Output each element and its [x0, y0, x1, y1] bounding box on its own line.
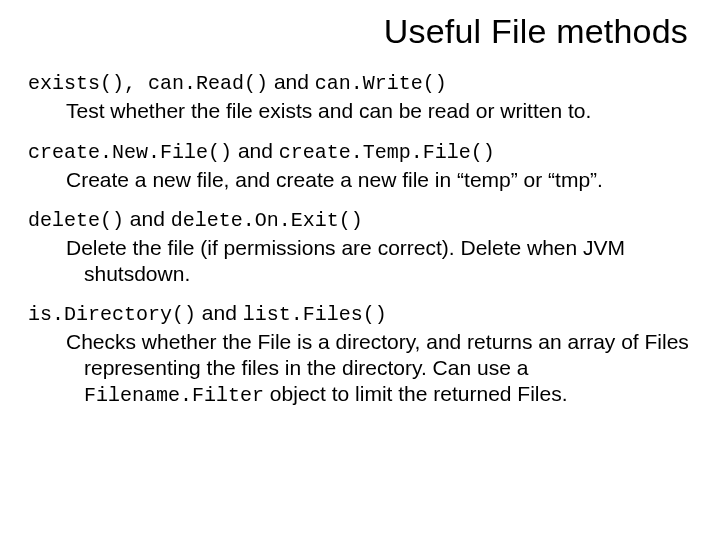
sep-comma: , — [124, 72, 148, 95]
page-title: Useful File methods — [28, 12, 688, 51]
code-isdirectory: is.Directory() — [28, 303, 196, 326]
code-delete: delete() — [28, 209, 124, 232]
desc-create: Create a new file, and create a new file… — [66, 167, 692, 193]
join-and-4: and — [196, 301, 243, 324]
desc-isdirectory-post: object to limit the returned Files. — [264, 382, 567, 405]
section-delete: delete() and delete.On.Exit() Delete the… — [28, 206, 692, 286]
heading-exists: exists(), can.Read() and can.Write() — [28, 69, 692, 96]
code-deleteonexit: delete.On.Exit() — [171, 209, 363, 232]
slide: Useful File methods exists(), can.Read()… — [0, 0, 720, 540]
desc-isdirectory: Checks whether the File is a directory, … — [66, 329, 692, 408]
section-exists: exists(), can.Read() and can.Write() Tes… — [28, 69, 692, 124]
code-canread: can.Read() — [148, 72, 268, 95]
code-listfiles: list.Files() — [243, 303, 387, 326]
heading-create: create.New.File() and create.Temp.File() — [28, 138, 692, 165]
code-createtempfile: create.Temp.File() — [279, 141, 495, 164]
join-and-2: and — [232, 139, 279, 162]
desc-isdirectory-pre: Checks whether the File is a directory, … — [66, 330, 689, 379]
code-createnewfile: create.New.File() — [28, 141, 232, 164]
join-and-3: and — [124, 207, 171, 230]
section-isdirectory: is.Directory() and list.Files() Checks w… — [28, 300, 692, 408]
heading-isdirectory: is.Directory() and list.Files() — [28, 300, 692, 327]
desc-exists: Test whether the file exists and can be … — [66, 98, 692, 124]
section-create: create.New.File() and create.Temp.File()… — [28, 138, 692, 193]
code-filenamefilter: Filename.Filter — [84, 384, 264, 407]
code-exists: exists() — [28, 72, 124, 95]
heading-delete: delete() and delete.On.Exit() — [28, 206, 692, 233]
code-canwrite: can.Write() — [315, 72, 447, 95]
desc-delete: Delete the file (if permissions are corr… — [66, 235, 692, 286]
join-and-1: and — [268, 70, 315, 93]
